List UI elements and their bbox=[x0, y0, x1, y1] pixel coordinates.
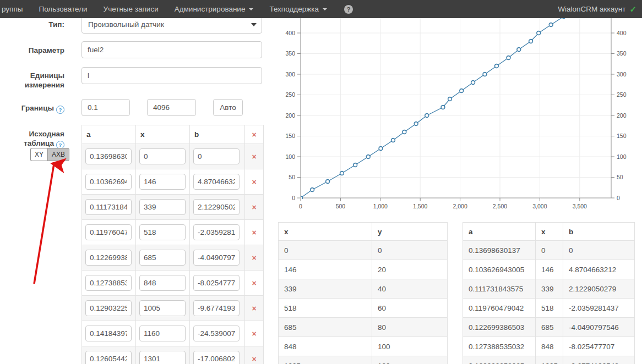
nav-item-3[interactable]: Администрирование bbox=[175, 5, 254, 13]
delete-row-button[interactable]: × bbox=[252, 178, 256, 186]
a-input[interactable] bbox=[85, 300, 132, 316]
y-tick-label: 250 bbox=[285, 91, 295, 98]
data-point[interactable] bbox=[441, 106, 445, 109]
data-point[interactable] bbox=[471, 81, 475, 85]
x-tick-label: 1,500 bbox=[413, 203, 427, 209]
nav-item-2[interactable]: Учетные записи bbox=[104, 5, 159, 13]
table-row: × bbox=[82, 346, 264, 364]
nav-item-label: Администрирование bbox=[175, 5, 246, 13]
delete-row-button[interactable]: × bbox=[252, 304, 256, 313]
a-input[interactable] bbox=[85, 351, 132, 364]
data-point[interactable] bbox=[340, 172, 344, 175]
nav-item-label: Учетные записи bbox=[104, 5, 159, 13]
data-point[interactable] bbox=[537, 31, 541, 35]
data-point[interactable] bbox=[448, 97, 452, 101]
lower-bound-input[interactable] bbox=[81, 99, 130, 116]
b-input[interactable] bbox=[193, 148, 240, 164]
cell: 40 bbox=[372, 279, 448, 299]
a-input[interactable] bbox=[85, 224, 132, 240]
data-point[interactable] bbox=[366, 155, 370, 159]
delete-row-button[interactable]: × bbox=[252, 329, 256, 338]
delete-cell: × bbox=[245, 220, 264, 245]
y-tick-label: 350 bbox=[617, 50, 627, 57]
nav-item-1[interactable]: Пользователи bbox=[39, 5, 87, 13]
delete-cell: × bbox=[245, 271, 264, 296]
y-tick-label: 350 bbox=[285, 50, 295, 57]
upper-bound-input[interactable] bbox=[147, 99, 196, 116]
data-point[interactable] bbox=[517, 48, 521, 52]
delete-cell: × bbox=[245, 169, 264, 195]
b-input[interactable] bbox=[193, 326, 240, 341]
nav-item-0[interactable]: руппы bbox=[2, 5, 23, 13]
b-input[interactable] bbox=[193, 351, 240, 364]
a-input[interactable] bbox=[85, 199, 132, 215]
account-menu[interactable]: WialonCRM аккаунт ✓ bbox=[558, 4, 636, 14]
delete-row-button[interactable]: × bbox=[252, 355, 256, 363]
header-row: xy bbox=[279, 223, 448, 241]
table-row: 51860 bbox=[279, 299, 448, 318]
delete-row-button[interactable]: × bbox=[252, 152, 256, 161]
data-point[interactable] bbox=[529, 40, 533, 43]
a-input[interactable] bbox=[85, 148, 132, 164]
x-input[interactable] bbox=[139, 250, 186, 266]
delete-cell: × bbox=[245, 346, 264, 364]
source-table-header: axb× bbox=[82, 125, 264, 144]
a-input[interactable] bbox=[85, 275, 132, 291]
b-input[interactable] bbox=[193, 250, 240, 266]
table-row: 0.1369863013700 bbox=[463, 241, 635, 260]
data-point[interactable] bbox=[483, 73, 487, 76]
data-point[interactable] bbox=[414, 122, 418, 126]
cell: 146 bbox=[536, 260, 563, 279]
data-point[interactable] bbox=[460, 89, 464, 93]
help-icon[interactable]: ? bbox=[344, 5, 353, 14]
delete-row-button[interactable]: × bbox=[252, 279, 256, 288]
bounds-label: Границы? bbox=[16, 103, 64, 114]
column-header: a bbox=[82, 125, 136, 144]
b-input[interactable] bbox=[193, 174, 240, 190]
column-header: y bbox=[372, 223, 448, 241]
data-point[interactable] bbox=[507, 56, 510, 60]
data-point[interactable] bbox=[549, 23, 553, 27]
data-point[interactable] bbox=[353, 163, 357, 167]
data-point[interactable] bbox=[402, 130, 406, 134]
nav-item-4[interactable]: Техподдержка bbox=[269, 5, 327, 13]
parameter-input[interactable] bbox=[81, 41, 262, 58]
data-point[interactable] bbox=[425, 114, 429, 118]
auto-button[interactable]: Авто bbox=[213, 99, 243, 116]
data-point[interactable] bbox=[311, 188, 314, 192]
x-input[interactable] bbox=[139, 224, 186, 240]
cell: 0.13698630137 bbox=[463, 241, 536, 260]
x-tick-label: 1,000 bbox=[373, 203, 388, 209]
a-input[interactable] bbox=[85, 250, 132, 266]
x-input[interactable] bbox=[139, 275, 186, 291]
x-input[interactable] bbox=[139, 199, 186, 215]
y-tick-label: 100 bbox=[617, 153, 627, 160]
b-input[interactable] bbox=[193, 275, 240, 291]
x-input[interactable] bbox=[139, 326, 186, 341]
b-input[interactable] bbox=[193, 199, 240, 215]
x-input[interactable] bbox=[139, 351, 186, 364]
b-input[interactable] bbox=[193, 224, 240, 240]
delete-row-button[interactable]: × bbox=[252, 253, 256, 262]
data-point[interactable] bbox=[391, 139, 395, 142]
calibration-series bbox=[299, 18, 566, 200]
bounds-help-icon[interactable]: ? bbox=[56, 106, 64, 114]
data-point[interactable] bbox=[326, 180, 330, 184]
b-input[interactable] bbox=[193, 300, 240, 316]
a-input[interactable] bbox=[85, 326, 132, 341]
delete-cell: × bbox=[245, 296, 264, 321]
x-input[interactable] bbox=[139, 174, 186, 190]
b-cell bbox=[190, 271, 245, 296]
data-point[interactable] bbox=[495, 64, 499, 68]
x-cell bbox=[136, 271, 190, 296]
data-point[interactable] bbox=[379, 147, 383, 151]
a-cell bbox=[82, 169, 136, 195]
units-input[interactable] bbox=[81, 67, 262, 84]
a-input[interactable] bbox=[85, 174, 132, 190]
x-input[interactable] bbox=[139, 148, 186, 164]
delete-row-button[interactable]: × bbox=[252, 228, 256, 237]
cell: 0.122699386503 bbox=[463, 318, 536, 337]
delete-row-button[interactable]: × bbox=[252, 203, 256, 212]
delete-all-button[interactable]: × bbox=[252, 130, 256, 139]
x-input[interactable] bbox=[139, 300, 186, 316]
